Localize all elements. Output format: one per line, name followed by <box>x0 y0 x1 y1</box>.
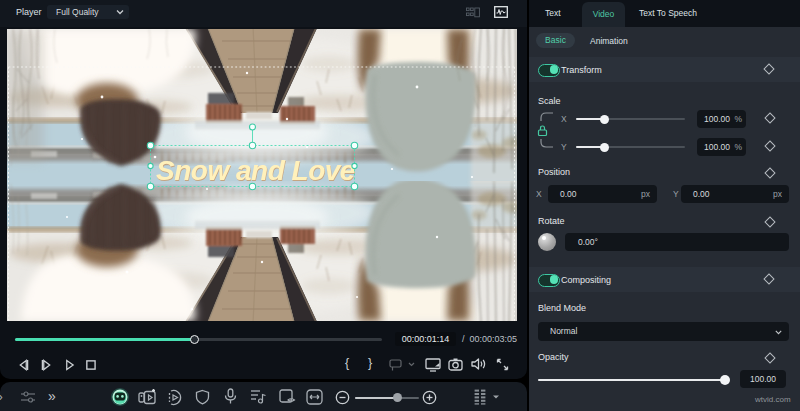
svg-text:Snow and Love: Snow and Love <box>156 155 355 186</box>
